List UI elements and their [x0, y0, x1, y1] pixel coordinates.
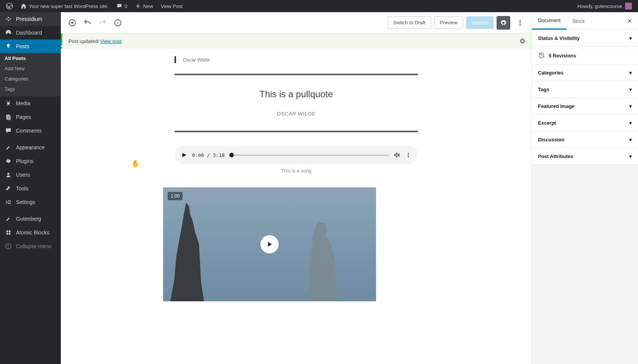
notice-text: Post updated! — [68, 38, 100, 44]
sidebar-users[interactable]: Users — [0, 168, 61, 182]
svg-point-12 — [7, 200, 8, 202]
svg-point-23 — [519, 22, 521, 24]
tab-document[interactable]: Document — [532, 12, 567, 30]
volume-icon[interactable] — [394, 152, 400, 158]
panel-excerpt[interactable]: Excerpt▾ — [532, 115, 638, 131]
panel-status[interactable]: Status & Visibility▾ — [532, 30, 638, 47]
update-button[interactable]: Update — [466, 16, 494, 29]
chevron-down-icon: ▾ — [629, 70, 632, 76]
chevron-down-icon: ▾ — [629, 154, 632, 159]
panel-featured-image[interactable]: Featured Image▾ — [532, 98, 638, 115]
plugins-icon — [5, 157, 12, 165]
svg-point-28 — [408, 156, 409, 157]
editor-canvas[interactable]: Oscar Wilde This is a pullquote OSCAR WI… — [61, 49, 532, 364]
audio-scrubber[interactable] — [229, 155, 389, 156]
sidebar-all-posts[interactable]: All Posts — [0, 53, 61, 63]
video-duration-badge: 1:00 — [168, 192, 183, 200]
notice-close-button[interactable] — [519, 38, 525, 44]
sidebar-tools[interactable]: Tools — [0, 182, 61, 195]
svg-point-3 — [10, 18, 11, 20]
pullquote-text: This is a pullquote — [182, 89, 410, 100]
settings-icon — [5, 198, 12, 206]
sidebar-comments[interactable]: Comments — [0, 124, 61, 138]
site-link[interactable]: Your new super fast WordPress site. — [17, 0, 112, 12]
users-icon — [5, 171, 12, 179]
svg-rect-17 — [6, 233, 8, 235]
panel-post-attributes[interactable]: Post Attributes▾ — [532, 148, 638, 165]
undo-button[interactable] — [81, 16, 94, 30]
sidebar-add-new[interactable]: Add New — [0, 63, 61, 74]
svg-point-8 — [7, 173, 9, 175]
audio-block[interactable]: 0:00 / 3:18 — [175, 146, 418, 164]
tools-icon — [5, 185, 12, 192]
svg-point-4 — [8, 20, 9, 21]
svg-point-14 — [7, 203, 8, 204]
new-link[interactable]: New — [132, 0, 156, 12]
play-icon[interactable] — [181, 152, 187, 158]
add-block-button[interactable] — [65, 16, 79, 30]
pullquote-citation: OSCAR WILDE — [277, 111, 316, 117]
panel-categories[interactable]: Categories▾ — [532, 65, 638, 81]
sidebar-categories[interactable]: Categories — [0, 74, 61, 84]
sidebar-gutenberg[interactable]: Gutenberg — [0, 212, 61, 226]
svg-point-5 — [7, 102, 10, 104]
media-icon — [5, 100, 12, 107]
sidebar-appearance[interactable]: Appearance — [0, 141, 61, 154]
svg-rect-7 — [7, 116, 11, 120]
pages-icon — [5, 113, 12, 121]
comments-count: 0 — [125, 3, 127, 9]
comments-link[interactable]: 0 — [113, 0, 130, 12]
settings-toggle-button[interactable] — [497, 16, 510, 30]
svg-point-2 — [8, 17, 9, 19]
preview-button[interactable]: Preview — [434, 16, 463, 29]
svg-point-26 — [408, 153, 409, 154]
sidebar-settings[interactable]: Settings — [0, 195, 61, 209]
sidebar-media[interactable]: Media — [0, 97, 61, 110]
audio-time: 0:00 / 3:18 — [192, 152, 225, 158]
info-button[interactable] — [111, 16, 125, 30]
pullquote-block[interactable]: This is a pullquote OSCAR WILDE — [175, 74, 418, 132]
switch-draft-button[interactable]: Switch to Draft — [387, 16, 431, 29]
video-silhouette-spire — [165, 203, 215, 301]
chevron-down-icon: ▾ — [629, 87, 632, 92]
sidebar-plugins[interactable]: Plugins — [0, 154, 61, 168]
audio-caption: This is a song — [175, 168, 418, 174]
comments-icon — [5, 127, 12, 135]
sidebar-collapse[interactable]: Collapse menu — [0, 239, 61, 253]
redo-button[interactable] — [96, 16, 110, 30]
admin-sidebar: Pressidium Dashboard Posts All Posts Add… — [0, 12, 61, 364]
appearance-icon — [5, 144, 12, 151]
video-play-button[interactable] — [260, 235, 279, 253]
view-post-link[interactable]: View Post — [158, 0, 186, 12]
new-label: New — [143, 3, 153, 9]
sidebar-dashboard[interactable]: Dashboard — [0, 26, 61, 40]
panel-revisions[interactable]: 5 Revisions — [532, 47, 638, 65]
sidebar-pages[interactable]: Pages — [0, 110, 61, 124]
audio-more-icon[interactable] — [405, 152, 412, 158]
chevron-down-icon: ▾ — [629, 120, 632, 126]
panel-tags[interactable]: Tags▾ — [532, 81, 638, 98]
collapse-icon — [5, 242, 12, 250]
svg-point-1 — [6, 18, 8, 20]
chevron-down-icon: ▾ — [629, 35, 632, 41]
tab-block[interactable]: Block — [567, 13, 591, 29]
video-block[interactable]: 1:00 — [163, 187, 376, 301]
svg-point-19 — [6, 244, 11, 249]
user-menu[interactable]: Howdy, gutencourse — [577, 3, 635, 9]
site-title: Your new super fast WordPress site. — [29, 3, 109, 9]
sidebar-posts[interactable]: Posts — [0, 40, 61, 53]
sidebar-close-button[interactable] — [621, 13, 638, 29]
notice-link[interactable]: View post — [100, 38, 122, 44]
wp-logo[interactable] — [3, 0, 16, 12]
svg-rect-16 — [9, 231, 11, 233]
document-sidebar: Document Block Status & Visibility▾ 5 Re… — [532, 12, 638, 364]
more-options-button[interactable] — [513, 16, 527, 30]
host-brand[interactable]: Pressidium — [0, 12, 61, 26]
quote-block[interactable]: Oscar Wilde — [175, 56, 418, 63]
gutenberg-icon — [5, 215, 12, 223]
sidebar-atomic[interactable]: Atomic Blocks — [0, 226, 61, 239]
video-silhouette-statue — [300, 222, 344, 301]
sidebar-tags[interactable]: Tags — [0, 84, 61, 97]
panel-discussion[interactable]: Discussion▾ — [532, 131, 638, 148]
svg-rect-15 — [6, 231, 8, 233]
